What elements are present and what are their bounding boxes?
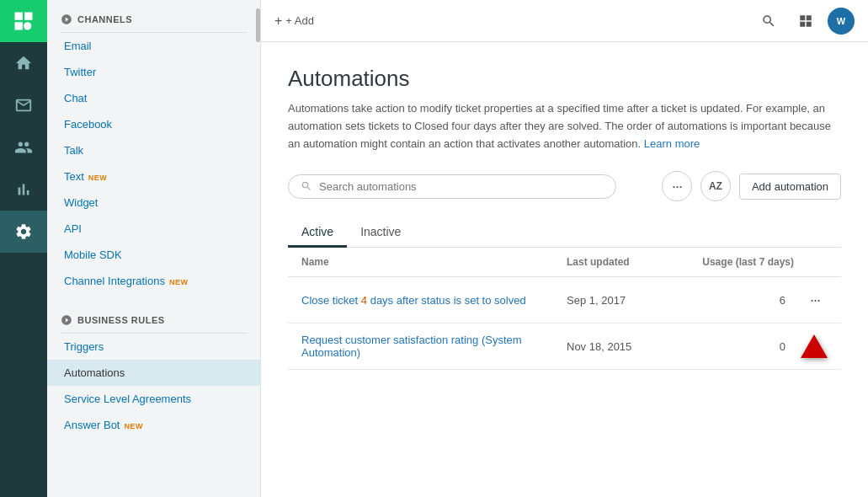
content-area: Automations Automations take action to m…: [261, 42, 868, 497]
sidebar-item-facebook[interactable]: Facebook: [47, 111, 260, 137]
row-last-updated-1: Sep 1, 2017: [567, 294, 701, 307]
logo[interactable]: [0, 0, 47, 42]
sidebar-item-channel-integrations[interactable]: Channel IntegrationsNEW: [47, 268, 260, 294]
row-usage-2: 0: [701, 340, 785, 353]
nav-tickets[interactable]: [0, 84, 47, 126]
nav-home[interactable]: [0, 42, 47, 84]
search-icon: [301, 180, 312, 192]
sidebar-item-api[interactable]: API: [47, 216, 260, 242]
tabs: Active Inactive: [288, 218, 841, 248]
topbar-icons: W: [754, 6, 855, 36]
scrollbar: [256, 8, 260, 42]
sidebar-item-answer-bot[interactable]: Answer BotNEW: [47, 412, 260, 438]
grid-icon-btn[interactable]: [791, 6, 821, 36]
tab-inactive[interactable]: Inactive: [347, 218, 414, 248]
sidebar-item-talk[interactable]: Talk: [47, 137, 260, 163]
search-icon-btn[interactable]: [754, 6, 784, 36]
sidebar-item-twitter[interactable]: Twitter: [47, 59, 260, 85]
topbar: + + Add W: [261, 0, 868, 42]
row-name-2: Request customer satisfaction rating (Sy…: [301, 334, 567, 359]
tab-active[interactable]: Active: [288, 218, 347, 248]
row-last-updated-2: Nov 18, 2015: [567, 340, 701, 353]
user-avatar[interactable]: W: [828, 8, 855, 35]
table-row-2: Request customer satisfaction rating (Sy…: [288, 323, 841, 370]
row-actions-1: ···: [785, 287, 828, 313]
add-button[interactable]: + + Add: [274, 13, 314, 29]
table-header: Name Last updated Usage (last 7 days): [288, 248, 841, 277]
sidebar-item-email[interactable]: Email: [47, 33, 260, 59]
table-row: Close ticket 4 days after status is set …: [288, 277, 841, 323]
sidebar-item-widget[interactable]: Widget: [47, 190, 260, 216]
row-link-2[interactable]: Request customer satisfaction rating (Sy…: [301, 334, 522, 359]
add-automation-button[interactable]: Add automation: [739, 174, 841, 200]
search-input[interactable]: [319, 180, 604, 193]
main-panel: + + Add W Automations Automations take a…: [261, 0, 868, 497]
business-section-header: BUSINESS RULES: [47, 301, 260, 333]
nav-settings[interactable]: [0, 211, 47, 253]
sidebar-item-text[interactable]: TextNEW: [47, 163, 260, 190]
icon-nav: [0, 0, 47, 497]
more-options-btn[interactable]: ···: [662, 171, 692, 201]
learn-more-link[interactable]: Learn more: [644, 137, 700, 150]
col-last-updated-header: Last updated: [567, 256, 701, 268]
sidebar-item-triggers[interactable]: Triggers: [47, 334, 260, 360]
sort-az-btn[interactable]: AZ: [700, 171, 731, 201]
nav-contacts[interactable]: [0, 126, 47, 168]
sidebar: CHANNELS EmailTwitterChatFacebookTalkTex…: [47, 0, 261, 497]
sidebar-item-mobile-sdk[interactable]: Mobile SDK: [47, 242, 260, 268]
col-name-header: Name: [301, 256, 567, 268]
sidebar-item-chat[interactable]: Chat: [47, 85, 260, 111]
sidebar-item-automations[interactable]: Automations: [47, 360, 260, 386]
channels-list: EmailTwitterChatFacebookTalkTextNEWWidge…: [47, 33, 260, 294]
row-usage-1: 6: [701, 294, 785, 307]
col-usage-header: Usage (last 7 days): [701, 256, 828, 268]
arrow-indicator: [801, 334, 828, 358]
channels-section-header: CHANNELS: [47, 0, 260, 32]
page-description: Automations take action to modify ticket…: [288, 100, 841, 152]
search-row: ··· AZ Add automation: [288, 171, 841, 201]
business-list: TriggersAutomationsService Level Agreeme…: [47, 334, 260, 438]
search-box: [288, 174, 616, 199]
row-name-1: Close ticket 4 days after status is set …: [301, 294, 567, 307]
row-link-1[interactable]: Close ticket 4 days after status is set …: [301, 294, 526, 307]
arrow-up-icon: [801, 334, 828, 358]
row-action-btn-1[interactable]: ···: [802, 287, 828, 313]
row-actions-2: [785, 334, 828, 358]
nav-reports[interactable]: [0, 168, 47, 211]
sidebar-item-sla[interactable]: Service Level Agreements: [47, 386, 260, 412]
page-title: Automations: [288, 66, 841, 92]
